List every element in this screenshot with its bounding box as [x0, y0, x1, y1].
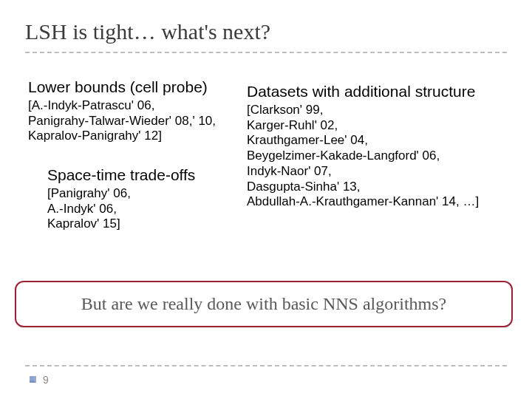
page-number: 9	[43, 374, 49, 386]
datasets-refs: [Clarkson' 99, Karger-Ruhl' 02, Krauthga…	[247, 103, 532, 210]
content-area: Lower bounds (cell probe) [A.-Indyk-Patr…	[25, 78, 507, 284]
title-divider	[25, 52, 507, 53]
slide-title: LSH is tight… what's next?	[25, 19, 507, 44]
lower-bounds-refs: [A.-Indyk-Patrascu' 06, Panigrahy-Talwar…	[28, 98, 265, 144]
spacetime-refs: [Panigrahy' 06, A.-Indyk' 06, Kapralov' …	[47, 186, 276, 232]
datasets-heading: Datasets with additional structure	[247, 83, 528, 100]
callout-box: But are we really done with basic NNS al…	[15, 281, 513, 327]
spacetime-heading: Space-time trade-offs	[47, 166, 276, 184]
bullet-icon	[30, 376, 36, 383]
callout-text: But are we really done with basic NNS al…	[15, 281, 513, 327]
lower-bounds-heading: Lower bounds (cell probe)	[28, 78, 257, 96]
footer-divider	[25, 365, 507, 366]
